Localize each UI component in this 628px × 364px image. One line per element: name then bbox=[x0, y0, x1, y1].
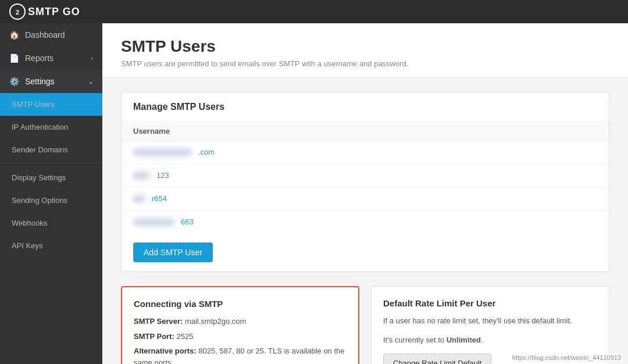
table-row: .com bbox=[122, 141, 609, 164]
sidebar-label-ip-auth: IP Authentication bbox=[12, 123, 68, 131]
sidebar-label-smtp-users: SMTP Users bbox=[12, 100, 54, 109]
sidebar-item-ip-authentication[interactable]: IP Authentication bbox=[0, 116, 102, 138]
smtp-port-value: 2525 bbox=[176, 332, 193, 341]
sidebar-item-settings[interactable]: ⚙️ Settings ⌄ bbox=[0, 70, 102, 93]
rate-limit-desc-text: If a user has no rate limit set, they'll… bbox=[383, 316, 572, 325]
table-row: r654 bbox=[122, 187, 609, 210]
alt-ports-line: Alternative ports: 8025, 587, 80 or 25. … bbox=[134, 345, 347, 364]
rate-limit-card-title: Default Rate Limit Per User bbox=[383, 298, 597, 308]
add-smtp-user-button[interactable]: Add SMTP User bbox=[133, 242, 213, 262]
connecting-smtp-card: Connecting via SMTP SMTP Server: mail.sm… bbox=[121, 286, 359, 364]
sidebar-label-webhooks: Webhooks bbox=[12, 219, 47, 227]
svg-text:2: 2 bbox=[16, 9, 19, 16]
sidebar-item-webhooks[interactable]: Webhooks bbox=[0, 212, 102, 234]
page-title: SMTP Users bbox=[121, 37, 609, 56]
username-suffix-4: 663 bbox=[181, 217, 194, 226]
smtp-port-line: SMTP Port: 2525 bbox=[134, 331, 347, 342]
sidebar: 🏠 Dashboard 📄 Reports ‹ ⚙️ Settings ⌄ SM… bbox=[0, 23, 102, 364]
table-username-header: Username bbox=[122, 122, 609, 141]
main-layout: 🏠 Dashboard 📄 Reports ‹ ⚙️ Settings ⌄ SM… bbox=[0, 23, 628, 364]
rate-limit-current: It's currently set to Unlimited. bbox=[383, 334, 597, 347]
table-row: 663 bbox=[122, 210, 609, 233]
sidebar-label-display-settings: Display Settings bbox=[12, 173, 66, 182]
logo-icon: 2 bbox=[9, 3, 26, 20]
rate-limit-current-label: It's currently set to bbox=[383, 336, 444, 344]
smtp-server-value: mail.smtp2go.com bbox=[185, 317, 246, 326]
change-rate-limit-button[interactable]: Change Rate Limit Default bbox=[383, 354, 491, 364]
gear-icon: ⚙️ bbox=[9, 77, 19, 86]
sidebar-label-reports: Reports bbox=[25, 53, 53, 63]
page-body: Manage SMTP Users Username .com 123 r654 bbox=[102, 78, 628, 364]
username-suffix-3: r654 bbox=[152, 194, 167, 203]
sidebar-label-dashboard: Dashboard bbox=[25, 30, 65, 40]
manage-section-title: Manage SMTP Users bbox=[122, 92, 609, 122]
sidebar-item-display-settings[interactable]: Display Settings bbox=[0, 166, 102, 189]
username-blur-4 bbox=[133, 218, 174, 226]
home-icon: 🏠 bbox=[9, 30, 19, 40]
sidebar-item-api-keys[interactable]: API Keys bbox=[0, 234, 102, 257]
sidebar-label-api-keys: API Keys bbox=[12, 241, 42, 250]
sidebar-label-settings: Settings bbox=[25, 77, 55, 86]
smtp-port-label: SMTP Port: bbox=[134, 332, 174, 341]
bottom-cards: Connecting via SMTP SMTP Server: mail.sm… bbox=[121, 286, 609, 364]
username-blur-2 bbox=[133, 172, 149, 180]
rate-limit-current-value: Unlimited bbox=[447, 336, 481, 344]
manage-smtp-users-section: Manage SMTP Users Username .com 123 r654 bbox=[121, 92, 609, 272]
rate-limit-card: Default Rate Limit Per User If a user ha… bbox=[371, 286, 609, 364]
sidebar-item-dashboard[interactable]: 🏠 Dashboard bbox=[0, 23, 102, 47]
sidebar-item-reports[interactable]: 📄 Reports ‹ bbox=[0, 47, 102, 70]
table-row: 123 bbox=[122, 164, 609, 187]
username-blur-3 bbox=[133, 195, 145, 203]
chevron-right-icon: ‹ bbox=[91, 55, 93, 62]
sidebar-label-sending-options: Sending Options bbox=[12, 196, 67, 205]
sidebar-label-sender-domains: Sender Domains bbox=[12, 145, 68, 154]
username-blur-1 bbox=[133, 148, 191, 156]
page-header: SMTP Users SMTP users are permitted to s… bbox=[102, 23, 628, 78]
page-subtitle: SMTP users are permitted to send emails … bbox=[121, 59, 609, 68]
sidebar-item-sending-options[interactable]: Sending Options bbox=[0, 189, 102, 212]
topbar: 2 SMTP GO bbox=[0, 0, 628, 23]
rate-limit-description: If a user has no rate limit set, they'll… bbox=[383, 315, 597, 327]
alt-ports-label: Alternative ports: bbox=[134, 347, 197, 355]
content-area: SMTP Users SMTP users are permitted to s… bbox=[102, 23, 628, 364]
username-suffix-2: 123 bbox=[156, 171, 169, 180]
username-suffix-1: .com bbox=[198, 148, 215, 156]
file-icon: 📄 bbox=[9, 53, 19, 63]
smtp-server-line: SMTP Server: mail.smtp2go.com bbox=[134, 316, 347, 327]
connecting-card-title: Connecting via SMTP bbox=[134, 299, 347, 309]
logo: 2 SMTP GO bbox=[9, 3, 80, 20]
chevron-down-icon: ⌄ bbox=[88, 78, 93, 85]
smtp-server-label: SMTP Server: bbox=[134, 317, 183, 326]
logo-text: SMTP GO bbox=[28, 6, 80, 18]
sidebar-item-sender-domains[interactable]: Sender Domains bbox=[0, 138, 102, 161]
sidebar-item-smtp-users[interactable]: SMTP Users bbox=[0, 93, 102, 116]
sidebar-divider-1 bbox=[0, 163, 102, 164]
